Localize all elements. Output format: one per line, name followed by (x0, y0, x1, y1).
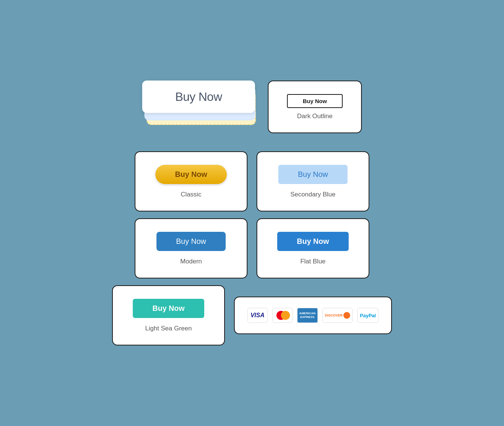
main-container: Buy Now Buy Now Dark Outline Buy Now Cla… (112, 81, 392, 345)
stacked-front-card: Buy Now (142, 81, 255, 113)
discover-dot (343, 312, 350, 319)
mastercard-inner (275, 308, 290, 323)
visa-badge: VISA (247, 308, 268, 323)
mastercard-badge (272, 308, 293, 323)
modern-label: Modern (180, 258, 202, 265)
row-2: Buy Now Classic Buy Now Secondary Blue (135, 151, 369, 211)
classic-card: Buy Now Classic (135, 151, 247, 211)
row-3: Buy Now Modern Buy Now Flat Blue (135, 218, 369, 278)
flat-blue-card: Buy Now Flat Blue (257, 218, 369, 278)
paypal-pal: Pal (369, 313, 376, 318)
paypal-text: PayPal (360, 313, 376, 318)
dark-outline-label: Dark Outline (297, 113, 332, 120)
stacked-hero-card: Buy Now (142, 81, 259, 145)
row-1: Buy Now Buy Now Dark Outline (142, 81, 362, 145)
amex-badge: AMERICANEXPRESS (297, 308, 318, 323)
row-4: Buy Now Light Sea Green VISA AMERICANEXP… (112, 285, 392, 345)
sea-green-card: Buy Now Light Sea Green (112, 285, 225, 345)
flat-blue-button[interactable]: Buy Now (277, 232, 349, 251)
sea-green-button[interactable]: Buy Now (133, 299, 204, 318)
amex-text: AMERICANEXPRESS (299, 312, 316, 319)
mc-orange-circle (281, 311, 290, 320)
modern-card: Buy Now Modern (135, 218, 247, 278)
discover-text: DISCOVER (325, 313, 343, 317)
secondary-blue-label: Secondary Blue (290, 191, 335, 198)
paypal-badge: PayPal (357, 308, 379, 323)
payment-methods-card: VISA AMERICANEXPRESS DISCOVER PayPal (234, 297, 392, 334)
classic-label: Classic (181, 191, 202, 198)
modern-button[interactable]: Buy Now (156, 232, 226, 251)
dark-outline-card: Buy Now Dark Outline (268, 81, 362, 133)
classic-button[interactable]: Buy Now (155, 165, 227, 184)
secondary-blue-button[interactable]: Buy Now (278, 165, 348, 184)
visa-text: VISA (250, 312, 264, 319)
secondary-blue-card: Buy Now Secondary Blue (257, 151, 369, 211)
sea-green-label: Light Sea Green (145, 325, 192, 332)
dark-outline-button[interactable]: Buy Now (287, 94, 343, 108)
discover-badge: DISCOVER (322, 308, 353, 323)
flat-blue-label: Flat Blue (300, 258, 325, 265)
hero-buy-now-text: Buy Now (175, 90, 222, 104)
